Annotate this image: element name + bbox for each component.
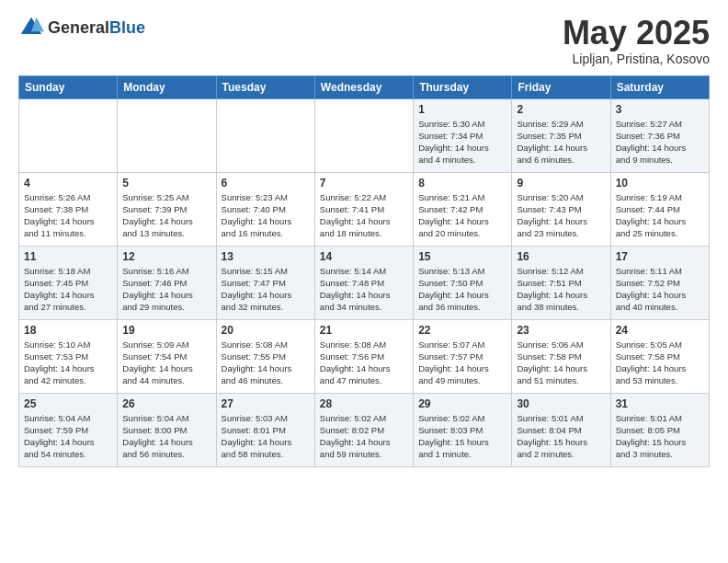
weekday-header: Friday: [512, 75, 610, 98]
weekday-header: Sunday: [19, 75, 118, 98]
calendar-week-row: 11Sunrise: 5:18 AM Sunset: 7:45 PM Dayli…: [19, 246, 710, 319]
day-info: Sunrise: 5:22 AM Sunset: 7:41 PM Dayligh…: [320, 191, 408, 240]
title-block: May 2025 Lipljan, Pristina, Kosovo: [563, 15, 710, 66]
calendar-cell: 1Sunrise: 5:30 AM Sunset: 7:34 PM Daylig…: [414, 98, 512, 172]
calendar-cell: 12Sunrise: 5:16 AM Sunset: 7:46 PM Dayli…: [118, 246, 216, 319]
day-info: Sunrise: 5:13 AM Sunset: 7:50 PM Dayligh…: [418, 265, 506, 314]
day-number: 22: [418, 324, 506, 337]
calendar-cell: 2Sunrise: 5:29 AM Sunset: 7:35 PM Daylig…: [512, 98, 610, 172]
day-number: 7: [320, 177, 408, 190]
day-number: 16: [517, 250, 605, 263]
day-number: 9: [517, 177, 605, 190]
day-info: Sunrise: 5:04 AM Sunset: 7:59 PM Dayligh…: [24, 412, 112, 461]
calendar-cell: 28Sunrise: 5:02 AM Sunset: 8:02 PM Dayli…: [314, 393, 413, 466]
day-info: Sunrise: 5:30 AM Sunset: 7:34 PM Dayligh…: [418, 118, 506, 167]
day-info: Sunrise: 5:12 AM Sunset: 7:51 PM Dayligh…: [517, 265, 605, 314]
weekday-header: Monday: [118, 75, 216, 98]
day-number: 8: [418, 177, 506, 190]
day-number: 15: [418, 250, 506, 263]
day-number: 30: [517, 397, 605, 410]
day-info: Sunrise: 5:16 AM Sunset: 7:46 PM Dayligh…: [122, 265, 210, 314]
calendar-cell: 3Sunrise: 5:27 AM Sunset: 7:36 PM Daylig…: [610, 98, 709, 172]
day-info: Sunrise: 5:05 AM Sunset: 7:58 PM Dayligh…: [616, 339, 704, 387]
day-number: 14: [320, 250, 408, 263]
day-info: Sunrise: 5:03 AM Sunset: 8:01 PM Dayligh…: [222, 412, 310, 461]
logo-blue: Blue: [109, 18, 145, 37]
calendar-cell: 16Sunrise: 5:12 AM Sunset: 7:51 PM Dayli…: [512, 246, 610, 319]
calendar-table: SundayMondayTuesdayWednesdayThursdayFrid…: [18, 75, 710, 467]
day-number: 11: [24, 250, 112, 263]
day-info: Sunrise: 5:21 AM Sunset: 7:42 PM Dayligh…: [418, 191, 506, 240]
page: GeneralBlue May 2025 Lipljan, Pristina, …: [0, 0, 728, 482]
weekday-header: Thursday: [414, 75, 512, 98]
calendar-cell: [314, 98, 413, 172]
calendar-cell: 29Sunrise: 5:02 AM Sunset: 8:03 PM Dayli…: [414, 393, 512, 466]
calendar-week-row: 1Sunrise: 5:30 AM Sunset: 7:34 PM Daylig…: [19, 98, 710, 172]
calendar-cell: 7Sunrise: 5:22 AM Sunset: 7:41 PM Daylig…: [314, 172, 413, 246]
day-number: 19: [122, 324, 210, 337]
day-info: Sunrise: 5:18 AM Sunset: 7:45 PM Dayligh…: [24, 265, 112, 314]
calendar-week-row: 18Sunrise: 5:10 AM Sunset: 7:53 PM Dayli…: [19, 319, 710, 393]
day-number: 6: [222, 177, 310, 190]
day-number: 26: [122, 397, 210, 410]
day-info: Sunrise: 5:08 AM Sunset: 7:56 PM Dayligh…: [320, 339, 408, 387]
calendar-cell: 11Sunrise: 5:18 AM Sunset: 7:45 PM Dayli…: [19, 246, 118, 319]
calendar-cell: 20Sunrise: 5:08 AM Sunset: 7:55 PM Dayli…: [216, 319, 314, 393]
day-number: 23: [517, 324, 605, 337]
day-info: Sunrise: 5:11 AM Sunset: 7:52 PM Dayligh…: [616, 265, 704, 314]
day-number: 4: [24, 177, 112, 190]
calendar-cell: 25Sunrise: 5:04 AM Sunset: 7:59 PM Dayli…: [19, 393, 118, 466]
day-number: 3: [616, 103, 704, 116]
day-info: Sunrise: 5:01 AM Sunset: 8:05 PM Dayligh…: [616, 412, 704, 461]
calendar-cell: 24Sunrise: 5:05 AM Sunset: 7:58 PM Dayli…: [610, 319, 709, 393]
day-info: Sunrise: 5:09 AM Sunset: 7:54 PM Dayligh…: [122, 339, 210, 387]
day-info: Sunrise: 5:02 AM Sunset: 8:02 PM Dayligh…: [320, 412, 408, 461]
calendar-week-row: 25Sunrise: 5:04 AM Sunset: 7:59 PM Dayli…: [19, 393, 710, 466]
day-info: Sunrise: 5:04 AM Sunset: 8:00 PM Dayligh…: [122, 412, 210, 461]
weekday-header: Tuesday: [216, 75, 314, 98]
calendar-cell: 4Sunrise: 5:26 AM Sunset: 7:38 PM Daylig…: [19, 172, 118, 246]
calendar-week-row: 4Sunrise: 5:26 AM Sunset: 7:38 PM Daylig…: [19, 172, 710, 246]
weekday-row: SundayMondayTuesdayWednesdayThursdayFrid…: [19, 75, 710, 98]
header: GeneralBlue May 2025 Lipljan, Pristina, …: [18, 15, 710, 66]
calendar-header: SundayMondayTuesdayWednesdayThursdayFrid…: [19, 75, 710, 98]
weekday-header: Saturday: [610, 75, 709, 98]
day-number: 28: [320, 397, 408, 410]
location-title: Lipljan, Pristina, Kosovo: [563, 52, 710, 66]
day-number: 27: [222, 397, 310, 410]
day-info: Sunrise: 5:25 AM Sunset: 7:39 PM Dayligh…: [122, 191, 210, 240]
day-number: 2: [517, 103, 605, 116]
day-info: Sunrise: 5:02 AM Sunset: 8:03 PM Dayligh…: [418, 412, 506, 461]
calendar-cell: 17Sunrise: 5:11 AM Sunset: 7:52 PM Dayli…: [610, 246, 709, 319]
calendar-cell: 19Sunrise: 5:09 AM Sunset: 7:54 PM Dayli…: [118, 319, 216, 393]
calendar-cell: [216, 98, 314, 172]
logo-general: General: [48, 18, 109, 37]
day-number: 5: [122, 177, 210, 190]
day-info: Sunrise: 5:15 AM Sunset: 7:47 PM Dayligh…: [222, 265, 310, 314]
logo-text: GeneralBlue: [48, 18, 145, 38]
weekday-header: Wednesday: [314, 75, 413, 98]
day-number: 10: [616, 177, 704, 190]
calendar-cell: 31Sunrise: 5:01 AM Sunset: 8:05 PM Dayli…: [610, 393, 709, 466]
calendar-cell: 10Sunrise: 5:19 AM Sunset: 7:44 PM Dayli…: [610, 172, 709, 246]
day-info: Sunrise: 5:26 AM Sunset: 7:38 PM Dayligh…: [24, 191, 112, 240]
calendar-cell: 26Sunrise: 5:04 AM Sunset: 8:00 PM Dayli…: [118, 393, 216, 466]
calendar-cell: 9Sunrise: 5:20 AM Sunset: 7:43 PM Daylig…: [512, 172, 610, 246]
day-info: Sunrise: 5:27 AM Sunset: 7:36 PM Dayligh…: [616, 118, 704, 167]
logo: GeneralBlue: [18, 15, 145, 40]
calendar-cell: 21Sunrise: 5:08 AM Sunset: 7:56 PM Dayli…: [314, 319, 413, 393]
day-info: Sunrise: 5:01 AM Sunset: 8:04 PM Dayligh…: [517, 412, 605, 461]
day-info: Sunrise: 5:23 AM Sunset: 7:40 PM Dayligh…: [222, 191, 310, 240]
calendar-cell: 18Sunrise: 5:10 AM Sunset: 7:53 PM Dayli…: [19, 319, 118, 393]
day-info: Sunrise: 5:08 AM Sunset: 7:55 PM Dayligh…: [222, 339, 310, 387]
day-info: Sunrise: 5:10 AM Sunset: 7:53 PM Dayligh…: [24, 339, 112, 387]
day-number: 29: [418, 397, 506, 410]
day-number: 20: [222, 324, 310, 337]
day-number: 18: [24, 324, 112, 337]
calendar-cell: 5Sunrise: 5:25 AM Sunset: 7:39 PM Daylig…: [118, 172, 216, 246]
calendar-cell: [19, 98, 118, 172]
day-info: Sunrise: 5:20 AM Sunset: 7:43 PM Dayligh…: [517, 191, 605, 240]
calendar-cell: [118, 98, 216, 172]
day-number: 17: [616, 250, 704, 263]
day-info: Sunrise: 5:07 AM Sunset: 7:57 PM Dayligh…: [418, 339, 506, 387]
